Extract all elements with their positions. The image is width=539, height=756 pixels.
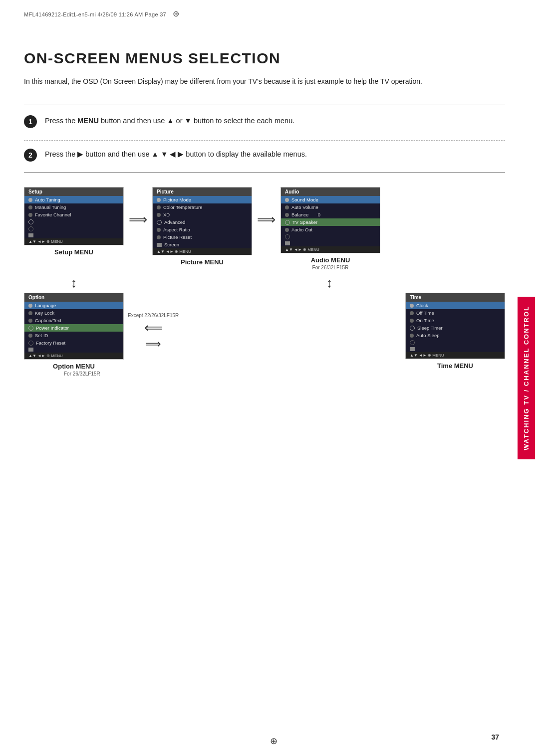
time-menu-label: Time MENU: [437, 362, 473, 370]
setup-menu-label: Setup MENU: [54, 248, 93, 256]
step-1-badge: 1: [24, 115, 37, 128]
setup-icon-1: [28, 198, 32, 202]
picture-icon-2: [157, 205, 161, 209]
audio-icon-2: [285, 205, 289, 209]
time-item-auto-sleep: Auto Sleep: [406, 332, 505, 339]
option-item-power-ind: Power Indicator: [24, 324, 123, 332]
picture-menu-header: Picture: [153, 188, 252, 196]
audio-icon-5: [285, 228, 289, 232]
time-icon-4: [410, 326, 415, 331]
arrow-setup-picture: ⟹: [124, 212, 152, 227]
arrow-picture-audio: ⟹: [252, 212, 280, 227]
setup-menu-header: Setup: [24, 188, 123, 196]
picture-item-screen: Screen: [153, 241, 252, 248]
step-2-row: 2 Press the ▶ button and then use ▲ ▼ ◀ …: [24, 148, 505, 167]
down-arrow-option: ↕: [24, 275, 124, 291]
right-arrow-connector2: ⟹: [145, 338, 161, 351]
audio-icon-4: [285, 220, 290, 225]
picture-icon-7: [157, 243, 162, 247]
sidebar-label: WATCHING TV / CHANNEL CONTROL: [518, 297, 535, 459]
page-number: 37: [491, 733, 499, 741]
option-icon-1: [28, 304, 32, 308]
option-icon-4: [28, 326, 33, 331]
step-2-badge: 2: [24, 149, 37, 162]
option-menu-block: Option Language Key Lock Caption/Text: [24, 293, 124, 370]
audio-menu-block: Audio Sound Mode Auto Volume Balance 0: [280, 187, 380, 270]
time-icon-7: [410, 347, 415, 351]
sidebar: WATCHING TV / CHANNEL CONTROL: [513, 0, 539, 756]
menus-row-2: Option Language Key Lock Caption/Text: [24, 293, 505, 370]
divider-top: [24, 105, 505, 105]
time-item-on: On Time: [406, 317, 505, 324]
crosshair-bottom: ⊕: [270, 737, 277, 745]
audio-item-tv-speaker: TV Speaker: [281, 218, 380, 226]
diagrams-section: Setup Auto Tuning Manual Tuning Favorite…: [24, 187, 505, 377]
option-item-keylock: Key Lock: [24, 309, 123, 317]
time-menu-footer: ▲▼ ◄► ⊕ MENU: [406, 352, 505, 359]
option-icon-7: [28, 348, 33, 352]
audio-item-7: [281, 240, 380, 246]
left-arrow-connector: ⟸: [144, 320, 163, 336]
time-item-sleep: Sleep Timer: [406, 324, 505, 332]
picture-menu-label: Picture MENU: [181, 258, 224, 266]
setup-icon-5: [28, 226, 33, 231]
audio-icon-3: [285, 213, 289, 217]
audio-item-6: [281, 233, 380, 240]
setup-item-5: [24, 225, 123, 232]
setup-icon-6: [28, 233, 33, 237]
main-content: ON-SCREEN MENUS SELECTION In this manual…: [24, 30, 505, 377]
picture-item-xd: XD: [153, 211, 252, 218]
picture-item-advanced: Advanced: [153, 218, 252, 226]
picture-item-mode: Picture Mode: [153, 196, 252, 203]
audio-item-sound-mode: Sound Mode: [281, 196, 380, 203]
time-menu-header: Time: [406, 293, 505, 302]
crosshair-top: ⊕: [173, 9, 179, 18]
step-2-text: Press the ▶ button and then use ▲ ▼ ◀ ▶ …: [45, 148, 307, 160]
setup-icon-4: [28, 219, 33, 224]
time-icon-5: [410, 334, 414, 338]
step-1-text: Press the MENU button and then use ▲ or …: [45, 114, 294, 127]
audio-menu-footer: ▲▼ ◄► ⊕ MENU: [281, 246, 380, 253]
except-note: Except 22/26/32LF15R: [128, 313, 179, 318]
option-item-language: Language: [24, 302, 123, 309]
picture-item-aspect: Aspect Ratio: [153, 226, 252, 233]
picture-menu-img: Picture Picture Mode Color Temperature X…: [152, 187, 252, 255]
setup-icon-3: [28, 213, 32, 217]
step-1-row: 1 Press the MENU button and then use ▲ o…: [24, 114, 505, 133]
picture-item-reset: Picture Reset: [153, 233, 252, 241]
time-menu-block: Time Clock Off Time On Time: [405, 293, 505, 370]
setup-item-auto-tuning: Auto Tuning: [24, 196, 123, 203]
option-icon-3: [28, 319, 32, 323]
time-item-7: [406, 346, 505, 352]
audio-menu-header: Audio: [281, 188, 380, 196]
divider-bottom: [24, 173, 505, 173]
picture-icon-6: [157, 235, 161, 239]
picture-icon-4: [157, 220, 162, 225]
time-icon-3: [410, 319, 414, 323]
picture-item-color-temp: Color Temperature: [153, 203, 252, 211]
divider-dashed: [24, 140, 505, 141]
audio-item-auto-vol: Auto Volume: [281, 203, 380, 211]
audio-icon-7: [285, 241, 290, 245]
setup-item-4: [24, 218, 123, 225]
option-item-7: [24, 347, 123, 353]
setup-menu-footer: ▲▼ ◄► ⊕ MENU: [24, 238, 123, 245]
for-note-option: For 26/32LF15R: [64, 371, 505, 377]
time-icon-2: [410, 311, 414, 315]
setup-menu-block: Setup Auto Tuning Manual Tuning Favorite…: [24, 187, 124, 256]
audio-item-audio-out: Audio Out: [281, 226, 380, 233]
option-menu-img: Option Language Key Lock Caption/Text: [24, 293, 124, 360]
option-menu-header: Option: [24, 293, 123, 302]
audio-icon-6: [285, 234, 290, 239]
time-item-off: Off Time: [406, 309, 505, 317]
setup-menu-img: Setup Auto Tuning Manual Tuning Favorite…: [24, 187, 124, 245]
middle-note-area: Except 22/26/32LF15R ⟸ ⟹: [124, 313, 183, 351]
time-item-clock: Clock: [406, 302, 505, 309]
picture-menu-footer: ▲▼ ◄► ⊕ MENU: [153, 248, 252, 255]
time-icon-6: [410, 340, 415, 345]
page-header: MFL41469212-Edit1-en5-mi 4/28/09 11:26 A…: [24, 9, 180, 18]
page-title: ON-SCREEN MENUS SELECTION: [24, 50, 505, 67]
setup-item-manual-tuning: Manual Tuning: [24, 203, 123, 211]
audio-item-balance: Balance 0: [281, 211, 380, 218]
option-icon-6: [28, 341, 33, 346]
